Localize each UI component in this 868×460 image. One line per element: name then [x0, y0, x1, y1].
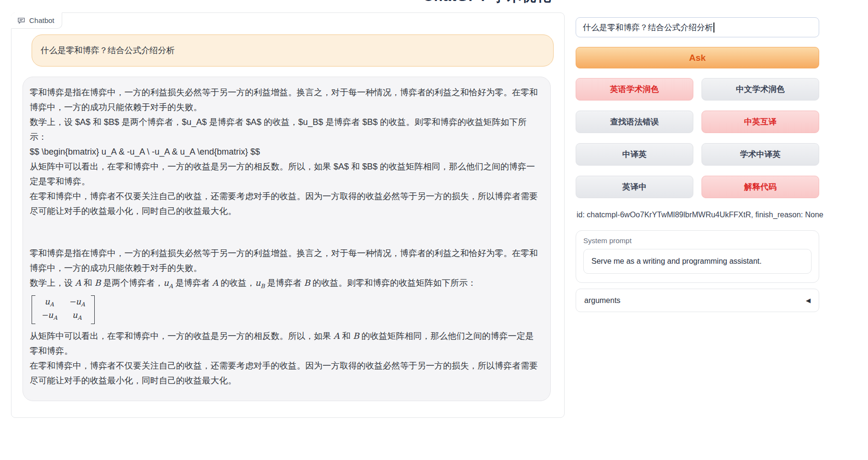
user-message-text: 什么是零和博弈？结合公式介绍分析 [41, 45, 175, 55]
chat-bubble-icon [17, 16, 25, 24]
completion-status-line: id: chatcmpl-6wOo7KrYTwMl89lbrMWRu4UkFFX… [577, 211, 823, 219]
text-caret [713, 22, 714, 33]
arguments-accordion[interactable]: arguments ◀ [576, 289, 819, 312]
quick-button-3[interactable]: 中英互译 [701, 111, 819, 133]
bot-message-bubble: 零和博弈是指在博弈中，一方的利益损失必然等于另一方的利益增益。换言之，对于每一种… [22, 77, 551, 401]
bot-paragraph: 零和博弈是指在博弈中，一方的利益损失必然等于另一方的利益增益。换言之，对于每一种… [30, 246, 538, 276]
matrix-right-bracket [91, 295, 95, 325]
matrix-cell: uA [69, 310, 85, 323]
accordion-collapsed-arrow-icon: ◀ [806, 297, 811, 304]
bot-paragraph-math: 从矩阵中可以看出，在零和博弈中，一方的收益是另一方的相反数。所以，如果 A 和 … [30, 329, 538, 359]
system-prompt-label: System prompt [583, 236, 812, 245]
bot-rendered-block: 零和博弈是指在博弈中，一方的利益损失必然等于另一方的利益增益。换言之，对于每一种… [30, 246, 538, 388]
matrix-cell: −uA [69, 296, 85, 310]
ask-button[interactable]: Ask [576, 47, 819, 68]
question-input[interactable]: 什么是零和博弈？结合公式介绍分析 [576, 17, 819, 37]
bot-paragraph: 数学上，设 $A$ 和 $B$ 是两个博弈者，$u_A$ 是博弈者 $A$ 的收… [30, 115, 538, 145]
question-input-value: 什么是零和博弈？结合公式介绍分析 [583, 22, 713, 33]
chatbot-label-text: Chatbot [29, 16, 55, 24]
rendered-matrix: uA−uA−uAuA [30, 294, 538, 329]
bot-paragraph-math: 数学上，设 A 和 B 是两个博弈者，uA 是博弈者 A 的收益，uB 是博弈者… [30, 276, 538, 294]
user-message-bubble: 什么是零和博弈？结合公式介绍分析 [32, 34, 554, 67]
matrix-left-bracket [32, 295, 35, 325]
quick-button-1[interactable]: 中文学术润色 [701, 78, 819, 101]
bot-paragraph: 从矩阵中可以看出，在零和博弈中，一方的收益是另一方的相反数。所以，如果 $A$ … [30, 159, 538, 189]
quick-button-5[interactable]: 学术中译英 [701, 143, 819, 166]
bot-paragraph: $$ \begin{bmatrix} u_A & -u_A \ -u_A & u… [30, 145, 538, 159]
chatbot-label: Chatbot [11, 12, 62, 29]
matrix-cell: uA [41, 296, 57, 310]
bot-paragraph: 在零和博弈中，博弈者不仅要关注自己的收益，还需要考虑对手的收益。因为一方取得的收… [30, 189, 538, 219]
system-prompt-input[interactable]: Serve me as a writing and programming as… [583, 249, 812, 274]
quick-button-6[interactable]: 英译中 [576, 176, 693, 198]
arguments-accordion-label: arguments [584, 296, 621, 305]
quick-actions-grid: 英语学术润色中文学术润色查找语法错误中英互译中译英学术中译英英译中解释代码 [576, 78, 819, 198]
bot-paragraph: 在零和博弈中，博弈者不仅要关注自己的收益，还需要考虑对手的收益。因为一方取得的收… [30, 359, 538, 388]
quick-button-0[interactable]: 英语学术润色 [576, 78, 693, 101]
matrix-cell: −uA [41, 310, 57, 323]
quick-button-4[interactable]: 中译英 [576, 143, 693, 166]
bot-raw-latex-block: 零和博弈是指在博弈中，一方的利益损失必然等于另一方的利益增益。换言之，对于每一种… [30, 85, 538, 219]
system-prompt-value: Serve me as a writing and programming as… [591, 257, 762, 266]
quick-button-2[interactable]: 查找语法错误 [576, 111, 693, 133]
chatbot-panel: Chatbot 什么是零和博弈？结合公式介绍分析 零和博弈是指在博弈中，一方的利… [11, 12, 565, 418]
bot-paragraph: 零和博弈是指在博弈中，一方的利益损失必然等于另一方的利益增益。换言之，对于每一种… [30, 85, 538, 115]
system-prompt-card: System prompt Serve me as a writing and … [576, 230, 819, 283]
quick-button-7[interactable]: 解释代码 [701, 176, 819, 198]
page-title-clipped: ChatGPT 学术优化 [423, 0, 576, 4]
ask-button-label: Ask [689, 53, 706, 63]
